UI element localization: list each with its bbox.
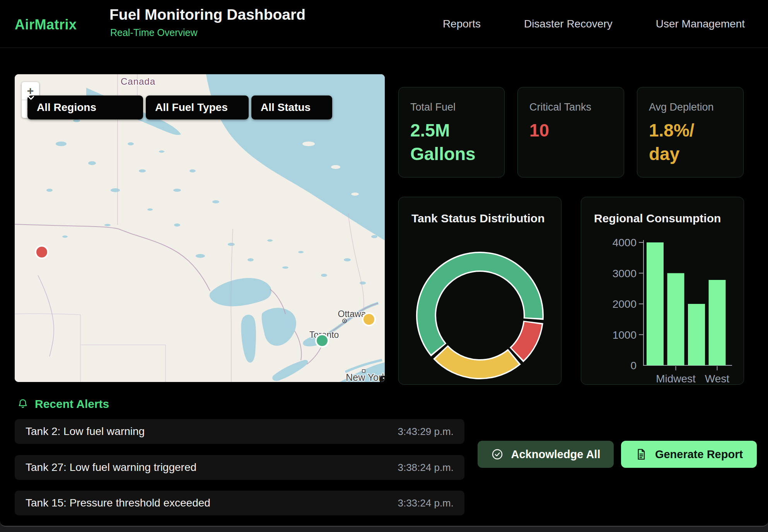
page-title: Fuel Monitoring Dashboard [109, 6, 305, 23]
alert-timestamp: 3:38:24 p.m. [398, 462, 454, 474]
svg-text:3000: 3000 [613, 268, 637, 280]
map-label-canada: Canada [121, 76, 155, 87]
svg-text:Midwest: Midwest [656, 373, 696, 385]
nav-item-disaster-recovery[interactable]: Disaster Recovery [524, 18, 613, 30]
check-circle-icon [491, 448, 503, 460]
stat-value-line: Gallons [410, 142, 493, 166]
recent-alerts-title: Recent Alerts [35, 397, 109, 411]
fuel-type-filter-value: All Fuel Types [155, 101, 228, 114]
tank-marker-critical[interactable] [36, 246, 48, 258]
alert-text: Tank 2: Low fuel warning [26, 425, 145, 438]
tank-status-card: Tank Status Distribution [398, 197, 561, 385]
stat-value-line: 2.5M [410, 119, 493, 142]
document-icon [635, 448, 647, 460]
map-canvas[interactable]: Canada Ottawa Toronto New York [15, 74, 385, 382]
fuel-type-filter-dropdown[interactable]: All Fuel Types [146, 95, 249, 119]
stat-label: Avg Depletion [649, 101, 732, 113]
donut-chart-title: Tank Status Distribution [411, 212, 544, 225]
alert-row[interactable]: Tank 15: Pressure threshold exceeded 3:3… [15, 491, 464, 515]
acknowledge-all-button[interactable]: Acknowledge All [478, 441, 614, 468]
alert-timestamp: 3:43:29 p.m. [398, 426, 454, 438]
stat-value-line: 10 [529, 119, 612, 142]
recent-alerts-heading: Recent Alerts [17, 397, 109, 411]
stat-label: Total Fuel [410, 101, 493, 113]
bell-icon [17, 398, 29, 410]
region-filter-value: All Regions [37, 101, 96, 114]
app-root: AirMatrix Fuel Monitoring Dashboard Real… [0, 0, 768, 532]
svg-text:0: 0 [630, 360, 637, 372]
map-label-new-york: New York [346, 372, 385, 382]
page-subtitle: Real-Time Overview [110, 27, 198, 38]
alert-text: Tank 15: Pressure threshold exceeded [26, 497, 210, 509]
brand-logo: AirMatrix [15, 17, 77, 33]
nav-item-user-management[interactable]: User Management [656, 18, 745, 30]
svg-text:2000: 2000 [613, 298, 637, 310]
stat-value-line: day [649, 142, 732, 166]
drag-handle-icon[interactable] [380, 376, 385, 382]
stat-card-critical-tanks: Critical Tanks 10 [517, 87, 624, 177]
map-filters: All Regions All Fuel Types All Status [27, 95, 332, 119]
generate-report-button[interactable]: Generate Report [621, 441, 757, 468]
main-nav: Reports Disaster Recovery User Managemen… [443, 0, 745, 48]
regional-consumption-bars: 01000200030004000MidwestWest [581, 197, 744, 385]
alert-timestamp: 3:33:24 p.m. [398, 497, 454, 509]
dashboard-frame: AirMatrix Fuel Monitoring Dashboard Real… [0, 0, 768, 527]
stat-value-line: 1.8%/ [649, 119, 732, 142]
acknowledge-all-label: Acknowledge All [511, 448, 601, 461]
tank-marker-warning[interactable] [363, 313, 375, 326]
status-filter-dropdown[interactable]: All Status [251, 95, 332, 119]
bar-chart-title: Regional Consumption [594, 212, 721, 225]
tank-status-donut [399, 197, 561, 385]
region-filter-dropdown[interactable]: All Regions [27, 95, 143, 119]
alert-row[interactable]: Tank 2: Low fuel warning 3:43:29 p.m. [15, 419, 464, 444]
tank-marker-normal[interactable] [316, 334, 328, 347]
svg-text:West: West [705, 373, 729, 385]
svg-text:4000: 4000 [613, 237, 637, 249]
map-panel[interactable]: Canada Ottawa Toronto New York + − [15, 74, 385, 382]
stat-label: Critical Tanks [529, 101, 612, 113]
generate-report-label: Generate Report [655, 448, 743, 461]
alert-text: Tank 27: Low fuel warning triggered [26, 461, 196, 474]
header: AirMatrix Fuel Monitoring Dashboard Real… [0, 0, 768, 48]
map-label-ottawa: Ottawa [338, 309, 366, 319]
stat-card-total-fuel: Total Fuel 2.5M Gallons [398, 87, 505, 177]
alert-row[interactable]: Tank 27: Low fuel warning triggered 3:38… [15, 455, 464, 480]
status-filter-value: All Status [261, 101, 311, 114]
regional-consumption-card: 01000200030004000MidwestWest Regional Co… [581, 197, 744, 385]
stat-card-avg-depletion: Avg Depletion 1.8%/ day [637, 87, 744, 177]
nav-item-reports[interactable]: Reports [443, 18, 481, 30]
svg-text:1000: 1000 [613, 329, 637, 341]
